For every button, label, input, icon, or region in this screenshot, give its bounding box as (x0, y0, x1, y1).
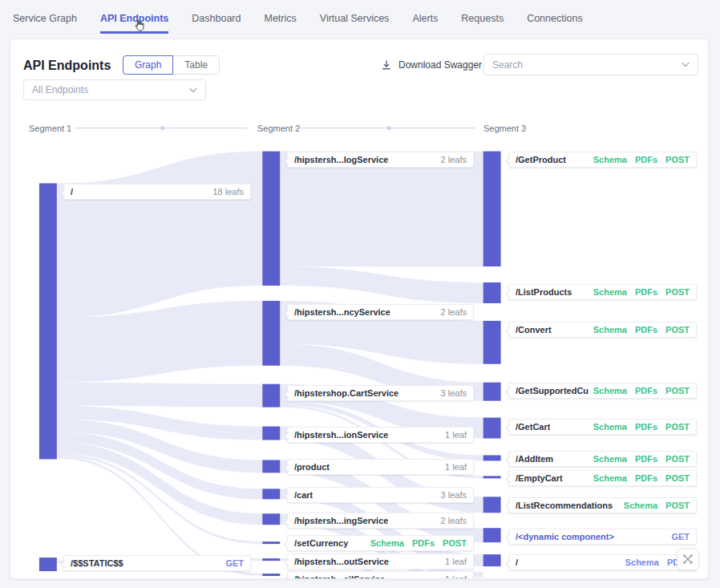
endpoint-node-listrecommendations[interactable]: /ListRecommendationsSchemaPOST (508, 497, 697, 513)
endpoint-meta: SchemaPDFsPOST (370, 538, 467, 548)
schema-link[interactable]: Schema (624, 501, 657, 510)
pdfs-link[interactable]: PDFs (635, 422, 657, 432)
endpoint-node-emptycart[interactable]: /EmptyCartSchemaPDFsPOST (508, 470, 697, 486)
endpoint-node-hipstersh-ionservice[interactable]: /hipstersh...ionService1 leaf (287, 427, 474, 443)
sankey-node-bar-emptycart[interactable] (483, 476, 501, 478)
endpoint-node-hipstersh-ncyservice[interactable]: /hipstersh...ncyService2 leafs (287, 304, 474, 320)
nav-item-dashboard[interactable]: Dashboard (192, 13, 241, 34)
schema-link[interactable]: Schema (593, 287, 627, 297)
method-badge: GET (225, 558, 244, 568)
endpoint-label: / (516, 558, 518, 567)
endpoint-meta: 1 leaf (445, 574, 467, 579)
top-nav: Service GraphAPI EndpointsDashboardMetri… (0, 0, 720, 39)
endpoint-node-setcurrency[interactable]: /setCurrencySchemaPDFsPOST (287, 535, 474, 551)
sankey-node-bar-hipstersh-ncyservice[interactable] (262, 301, 280, 366)
schema-link[interactable]: Schema (593, 422, 627, 432)
nav-item-requests[interactable]: Requests (461, 13, 504, 34)
leaf-count: 3 leafs (441, 388, 467, 398)
sankey-node-bar-additem[interactable] (483, 455, 501, 460)
nav-item-service-graph[interactable]: Service Graph (13, 13, 77, 34)
endpoint-label: /hipstersh...logService (294, 155, 388, 164)
schema-link[interactable]: Schema (370, 538, 404, 548)
flow-ribbon (280, 266, 483, 303)
schema-link[interactable]: Schema (593, 325, 627, 335)
sankey-node-bar-convert[interactable] (483, 321, 501, 364)
sankey-node-bar-root[interactable] (39, 183, 57, 459)
endpoint-label: /<dynamic component> (516, 532, 614, 541)
endpoint-label: /hipstersh...ionService (294, 430, 388, 440)
schema-link[interactable]: Schema (625, 558, 659, 567)
endpoint-label: /Convert (516, 325, 552, 335)
sankey-node-bar-getsupportedcurrencies[interactable] (483, 383, 501, 401)
endpoint-meta: 2 leafs (441, 155, 467, 164)
endpoint-node-convert[interactable]: /ConvertSchemaPDFsPOST (508, 322, 697, 338)
endpoint-node-listproducts[interactable]: /ListProductsSchemaPDFsPOST (508, 284, 697, 300)
endpoint-meta: SchemaPOST (624, 501, 690, 510)
endpoint-meta: SchemaPDFsPOST (593, 325, 690, 335)
endpoint-node-cart[interactable]: /cart3 leafs (287, 487, 474, 503)
sankey-node-bar-hipstersh-ingservice[interactable] (262, 513, 280, 525)
sankey-node-bar-hipstersh-logservice[interactable] (262, 152, 280, 286)
nav-item-metrics[interactable]: Metrics (264, 13, 296, 34)
endpoint-node-hipstersh-logservice[interactable]: /hipstersh...logService2 leafs (287, 152, 474, 168)
sankey-node-bar-static[interactable] (39, 558, 57, 571)
endpoint-node-root[interactable]: /SchemaPDFs (508, 554, 697, 570)
sankey-node-bar-root[interactable] (483, 554, 501, 566)
pdfs-link[interactable]: PDFs (635, 287, 657, 297)
pdfs-link[interactable]: PDFs (635, 325, 657, 335)
method-badge: POST (665, 501, 690, 510)
method-badge: POST (665, 454, 690, 464)
endpoint-node-getsupportedcurrencies[interactable]: /GetSupportedCurrenciesSchemaPDFsPOST (508, 383, 697, 399)
graph-view-button[interactable]: Graph (123, 55, 173, 75)
endpoint-meta: SchemaPDFsPOST (593, 454, 690, 464)
schema-link[interactable]: Schema (593, 473, 627, 483)
endpoint-label: /hipstersh...ailService (294, 574, 385, 579)
method-badge: POST (665, 473, 690, 483)
endpoint-node-hipstersh-ailservice[interactable]: /hipstersh...ailService1 leaf (287, 571, 474, 579)
endpoint-node-dynamic-component[interactable]: /<dynamic component>GET (508, 529, 697, 545)
endpoint-meta: SchemaPDFsPOST (593, 422, 690, 432)
endpoint-node-hipstershop-cartservice[interactable]: /hipstershop.CartService3 leafs (287, 385, 474, 401)
pdfs-link[interactable]: PDFs (635, 473, 657, 483)
sankey-node-bar-hipstersh-ailservice[interactable] (262, 574, 280, 576)
endpoint-node-getproduct[interactable]: /GetProductSchemaPDFsPOST (508, 152, 697, 168)
sankey-node-bar-dynamic-component[interactable] (483, 528, 501, 542)
schema-link[interactable]: Schema (593, 155, 627, 164)
sankey-node-bar-setcurrency[interactable] (262, 541, 280, 544)
pdfs-link[interactable]: PDFs (635, 454, 657, 464)
nav-item-virtual-services[interactable]: Virtual Services (320, 13, 390, 34)
endpoint-node-hipstersh-outservice[interactable]: /hipstersh...outService1 leaf (287, 554, 474, 570)
nav-item-connections[interactable]: Connections (527, 13, 583, 34)
endpoint-node-additem[interactable]: /AddItemSchemaPDFsPOST (508, 451, 697, 467)
sankey-node-bar-listproducts[interactable] (483, 282, 501, 303)
endpoint-node-hipstersh-ingservice[interactable]: /hipstersh...ingService2 leafs (287, 513, 474, 529)
schema-link[interactable]: Schema (593, 454, 627, 464)
schema-link[interactable]: Schema (593, 386, 627, 395)
sankey-node-bar-hipstersh-ionservice[interactable] (262, 427, 280, 440)
endpoint-node-root[interactable]: /18 leafs (63, 184, 251, 200)
sankey-node-bar-hipstersh-outservice[interactable] (262, 558, 280, 561)
expand-icon (682, 554, 694, 565)
endpoint-label: /ListProducts (516, 287, 572, 297)
leaf-count: 1 leaf (445, 557, 467, 566)
pdfs-link[interactable]: PDFs (412, 538, 435, 548)
endpoint-node-product[interactable]: /product1 leaf (287, 459, 474, 475)
mouse-cursor-icon (132, 18, 146, 33)
sankey-node-bar-getproduct[interactable] (483, 152, 501, 267)
endpoint-meta: 18 leafs (212, 187, 244, 197)
method-badge: POST (665, 386, 690, 395)
endpoint-label: /product (294, 462, 330, 472)
sankey-node-bar-listrecommendations[interactable] (483, 497, 501, 513)
nav-item-alerts[interactable]: Alerts (412, 13, 438, 34)
endpoint-node-getcart[interactable]: /GetCartSchemaPDFsPOST (508, 419, 697, 435)
sankey-node-bar-getcart[interactable] (483, 418, 501, 439)
endpoint-meta: GET (225, 558, 244, 568)
sankey-node-bar-cart[interactable] (262, 489, 280, 499)
endpoint-node-static[interactable]: /$$STATIC$$GET (63, 555, 251, 571)
expand-graph-button[interactable] (677, 548, 699, 570)
leaf-count: 3 leafs (441, 490, 467, 500)
sankey-node-bar-hipstershop-cartservice[interactable] (262, 384, 280, 408)
pdfs-link[interactable]: PDFs (635, 155, 657, 164)
pdfs-link[interactable]: PDFs (635, 386, 657, 395)
sankey-node-bar-product[interactable] (262, 460, 280, 472)
